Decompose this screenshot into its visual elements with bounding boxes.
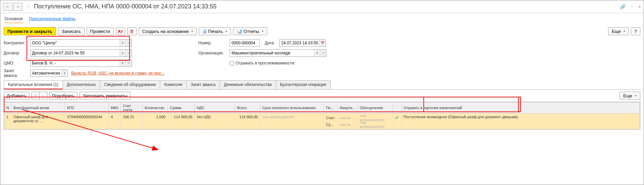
col-checkbox — [393, 102, 401, 113]
cell-asset[interactable]: Офисный шкаф для документов со … — [11, 113, 65, 129]
cell-total[interactable]: 114 900,00 — [235, 113, 260, 129]
open-icon[interactable]: ↗ — [126, 50, 132, 56]
capital-investments-table: N Внеоборотный актив КПС КФО Счет учета … — [4, 102, 640, 129]
tab-commission[interactable]: Комиссия — [160, 80, 187, 89]
cell-kfo[interactable]: 4 — [108, 113, 121, 129]
org-input[interactable] — [230, 50, 314, 56]
help-button[interactable]: ? — [631, 27, 640, 35]
reports-button[interactable]: 📊 Отчеты — [233, 27, 267, 35]
col-vat: НДС — [194, 102, 235, 113]
nav-forward-button[interactable]: → — [13, 3, 22, 11]
add-row-button[interactable]: Добавить — [4, 92, 30, 100]
move-down-button[interactable]: ↓ — [39, 92, 47, 100]
dropdown-icon[interactable]: ▾ — [120, 50, 126, 56]
move-up-button[interactable]: ↑ — [32, 92, 40, 100]
col-pe: Пе... — [324, 102, 337, 113]
counterparty-input[interactable] — [31, 40, 120, 46]
col-n: N — [4, 102, 11, 113]
tab-capital-investments[interactable]: Капитальные вложения (1) — [4, 80, 63, 89]
cell-reflect-checkbox[interactable]: ✔ — [393, 113, 401, 129]
tab-additional[interactable]: Дополнительно — [62, 80, 100, 89]
table-more-button[interactable]: Еще — [619, 92, 640, 100]
col-kps: КПС — [65, 102, 108, 113]
cell-vat[interactable]: без НДС — [194, 113, 235, 129]
print-button[interactable]: 🖨 Печать — [199, 27, 231, 35]
advance-label: Зачет аванса: — [4, 68, 29, 78]
more-button[interactable]: Еще — [608, 27, 629, 35]
table-row[interactable]: 1 Офисный шкаф для документов со … 07040… — [4, 113, 640, 129]
dropdown-icon[interactable]: ▾ — [120, 60, 126, 66]
create-based-on-button[interactable]: Создать на основании — [139, 27, 197, 35]
dropdown-icon[interactable]: ▾ — [120, 40, 126, 46]
subtab-attached-files[interactable]: Присоединенные файлы — [29, 15, 76, 23]
counterparty-label: Контрагент: — [4, 41, 29, 45]
save-button[interactable]: Записать — [58, 27, 85, 35]
cell-n: 1 — [4, 113, 11, 129]
cell-sum[interactable]: 114 900,00 — [168, 113, 194, 129]
post-and-close-button[interactable]: Провести и закрыть — [4, 27, 56, 35]
favorite-star-icon[interactable]: ☆ — [26, 3, 31, 10]
number-label: Номер: — [198, 41, 228, 45]
subtab-main[interactable]: Основное — [4, 15, 23, 23]
fill-requisites-button[interactable]: Заполнить реквизиты — [80, 92, 131, 100]
col-impairment: Обесценение — [358, 102, 393, 113]
contract-input[interactable] — [31, 50, 120, 56]
date-label: Дата: — [265, 41, 278, 45]
col-total: Всего — [235, 102, 260, 113]
col-asset: Внеоборотный актив — [11, 102, 65, 113]
col-amort: Аморти... — [337, 102, 358, 113]
cell-qty[interactable]: 1,000 — [142, 113, 168, 129]
col-sum: Сумма — [168, 102, 194, 113]
col-useful-life: Срок полезного использования — [260, 102, 324, 113]
nav-back-button[interactable]: ← — [3, 3, 12, 11]
col-kfo: КФО — [108, 102, 121, 113]
tab-advance-offset[interactable]: Зачет аванса — [186, 80, 220, 89]
link-icon[interactable]: 🔗 — [620, 4, 626, 9]
cell-useful-life[interactable]: <не используется> — [260, 113, 324, 129]
currency-vat-link[interactable]: Валюта: RUB; НДС: не включен в сумму, не… — [71, 71, 165, 76]
tab-accounting-operation[interactable]: Бухгалтерская операция — [276, 80, 330, 89]
col-account: Счет учета — [121, 102, 142, 113]
date-input[interactable] — [280, 40, 319, 46]
cmo-label: ЦМО: — [4, 61, 29, 65]
traceability-checkbox[interactable] — [230, 61, 234, 65]
number-input[interactable] — [230, 40, 260, 46]
cmo-input[interactable] — [31, 60, 120, 66]
col-reflect: Отразить в карточке капвложений — [401, 102, 640, 113]
cell-impairment[interactable]: <не используется> <не используется> — [358, 113, 393, 129]
open-icon[interactable]: ↗ — [126, 40, 132, 46]
cell-kps[interactable]: 07040000000000244 — [65, 113, 108, 129]
dropdown-icon[interactable]: ▾ — [314, 50, 320, 56]
traceability-label: Отражать в прослеживаемости: — [235, 61, 295, 65]
advance-input[interactable] — [31, 70, 61, 77]
post-button[interactable]: Провести — [87, 27, 114, 35]
cell-pe[interactable]: Счет: Су… — [324, 113, 337, 129]
cell-amort[interactable]: <не ис… <не ис… — [337, 113, 358, 129]
kebab-menu-icon[interactable]: ⋮ — [630, 4, 634, 9]
open-icon[interactable]: ↗ — [320, 50, 326, 56]
tab-monetary-obligations[interactable]: Денежные обязательства — [220, 80, 276, 89]
post-mark-button[interactable]: Ат — [116, 27, 125, 35]
page-title: Поступление ОС, НМА, НПА 0000-000004 от … — [34, 3, 620, 10]
open-icon[interactable]: ↗ — [126, 60, 132, 66]
contract-label: Договор: — [4, 51, 29, 55]
cell-reflect-text[interactable]: Поступление возмездное (Офисный шкаф для… — [401, 113, 640, 129]
delete-button[interactable]: 🗑 — [127, 27, 137, 35]
close-icon[interactable]: × — [638, 4, 641, 9]
dropdown-icon[interactable]: ▾ — [61, 70, 67, 77]
calendar-icon[interactable]: 📅 — [319, 40, 325, 46]
tab-equipment-info[interactable]: Сведения об оборудовании — [100, 80, 160, 89]
pick-button[interactable]: Подобрать — [49, 92, 78, 100]
org-label: Организация: — [198, 51, 228, 55]
col-qty: Количество — [142, 102, 168, 113]
cell-account[interactable]: 106.31 — [121, 113, 142, 129]
